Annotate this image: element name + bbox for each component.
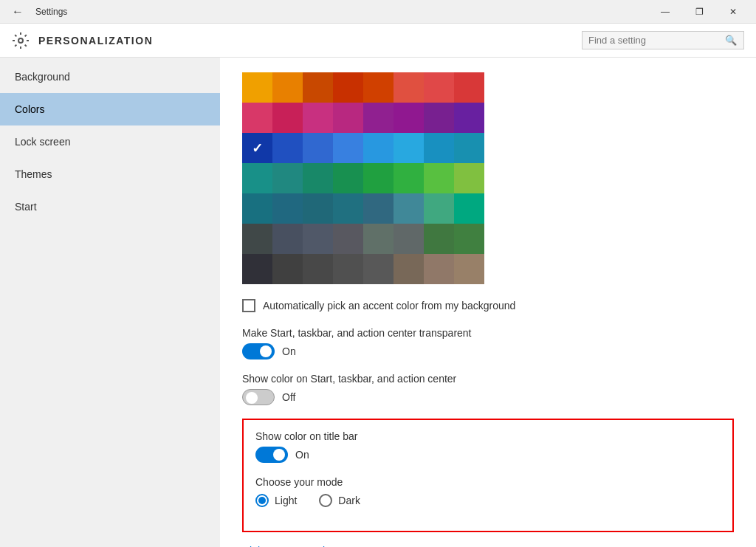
auto-pick-label: Automatically pick an accent color from …: [263, 300, 515, 312]
color-swatch-42[interactable]: [303, 224, 333, 254]
color-swatch-6[interactable]: [424, 72, 454, 103]
show-color-titlebar-toggle-row: On: [255, 447, 721, 463]
color-swatch-38[interactable]: [424, 193, 454, 224]
radio-dark-circle: [319, 494, 332, 507]
color-swatch-54[interactable]: [424, 254, 454, 284]
app-header: PERSONALIZATION 🔍: [0, 24, 756, 58]
color-swatch-46[interactable]: [424, 224, 454, 254]
show-color-taskbar-state-label: Off: [282, 391, 295, 403]
back-button[interactable]: ←: [6, 2, 30, 21]
color-swatch-31[interactable]: [454, 163, 484, 193]
color-swatch-20[interactable]: [363, 133, 394, 163]
color-swatch-47[interactable]: [454, 224, 484, 254]
color-swatch-17[interactable]: [272, 133, 303, 163]
color-swatch-35[interactable]: [333, 193, 363, 224]
radio-light-label: Light: [275, 495, 297, 506]
show-color-titlebar-section: Show color on title bar On: [255, 430, 721, 463]
radio-dark-label: Dark: [338, 495, 360, 506]
restore-button[interactable]: ❐: [682, 0, 716, 24]
color-swatch-43[interactable]: [333, 224, 363, 254]
color-swatch-52[interactable]: [363, 254, 394, 284]
color-swatch-18[interactable]: [303, 133, 333, 163]
color-swatch-53[interactable]: [394, 254, 424, 284]
radio-light[interactable]: Light: [255, 494, 297, 507]
color-swatch-1[interactable]: [272, 72, 303, 103]
color-swatch-26[interactable]: [303, 163, 333, 193]
color-swatch-34[interactable]: [303, 193, 333, 224]
auto-pick-checkbox[interactable]: [242, 299, 255, 312]
close-button[interactable]: ✕: [716, 0, 750, 24]
show-color-taskbar-toggle-row: Off: [242, 389, 734, 405]
color-swatch-21[interactable]: [394, 133, 424, 163]
color-swatch-8[interactable]: [242, 103, 272, 133]
sidebar-item-background[interactable]: Background: [0, 61, 220, 93]
color-swatch-27[interactable]: [333, 163, 363, 193]
show-color-taskbar-toggle-thumb: [246, 392, 258, 404]
search-input[interactable]: [588, 35, 725, 46]
transparent-toggle[interactable]: [242, 343, 275, 359]
content-area: Automatically pick an accent color from …: [220, 58, 756, 547]
color-swatch-51[interactable]: [333, 254, 363, 284]
color-swatch-13[interactable]: [394, 103, 424, 133]
transparent-section: Make Start, taskbar, and action center t…: [242, 327, 734, 359]
color-swatch-14[interactable]: [424, 103, 454, 133]
color-swatch-4[interactable]: [363, 72, 394, 103]
search-icon: 🔍: [725, 35, 737, 46]
color-swatch-48[interactable]: [242, 254, 272, 284]
sidebar-item-lock-screen[interactable]: Lock screen: [0, 125, 220, 158]
highlight-box: Show color on title bar On Choose your m…: [242, 419, 734, 532]
transparent-toggle-thumb: [260, 345, 272, 357]
choose-mode-section: Choose your mode Light Dark: [255, 476, 721, 507]
show-color-titlebar-state-label: On: [295, 449, 309, 461]
transparent-label: Make Start, taskbar, and action center t…: [242, 327, 734, 339]
color-swatch-40[interactable]: [242, 224, 272, 254]
color-swatch-22[interactable]: [424, 133, 454, 163]
show-color-taskbar-label: Show color on Start, taskbar, and action…: [242, 373, 734, 385]
color-swatch-19[interactable]: [333, 133, 363, 163]
color-swatch-11[interactable]: [333, 103, 363, 133]
color-swatch-24[interactable]: [242, 163, 272, 193]
radio-dark[interactable]: Dark: [319, 494, 360, 507]
color-swatch-44[interactable]: [363, 224, 394, 254]
auto-pick-row: Automatically pick an accent color from …: [242, 299, 734, 312]
sidebar-item-colors[interactable]: Colors: [0, 93, 220, 125]
show-color-titlebar-toggle-thumb: [273, 449, 285, 461]
choose-mode-label: Choose your mode: [255, 476, 721, 488]
color-grid: [242, 72, 734, 284]
show-color-taskbar-toggle[interactable]: [242, 389, 275, 405]
color-swatch-30[interactable]: [424, 163, 454, 193]
color-swatch-33[interactable]: [272, 193, 303, 224]
color-swatch-23[interactable]: [454, 133, 484, 163]
color-swatch-41[interactable]: [272, 224, 303, 254]
color-swatch-16[interactable]: [242, 133, 272, 163]
color-swatch-10[interactable]: [303, 103, 333, 133]
minimize-button[interactable]: —: [648, 0, 682, 24]
color-swatch-39[interactable]: [454, 193, 484, 224]
show-color-titlebar-toggle[interactable]: [255, 447, 288, 463]
color-swatch-5[interactable]: [394, 72, 424, 103]
title-bar-title: Settings: [35, 7, 67, 17]
color-swatch-29[interactable]: [394, 163, 424, 193]
color-swatch-0[interactable]: [242, 72, 272, 103]
search-box[interactable]: 🔍: [582, 31, 744, 49]
color-swatch-50[interactable]: [303, 254, 333, 284]
radio-light-circle: [255, 494, 269, 507]
sidebar-item-start[interactable]: Start: [0, 190, 220, 223]
color-swatch-32[interactable]: [242, 193, 272, 224]
color-swatch-25[interactable]: [272, 163, 303, 193]
color-swatch-15[interactable]: [454, 103, 484, 133]
color-swatch-2[interactable]: [303, 72, 333, 103]
personalization-icon: [12, 32, 30, 49]
color-swatch-55[interactable]: [454, 254, 484, 284]
color-swatch-37[interactable]: [394, 193, 424, 224]
color-swatch-3[interactable]: [333, 72, 363, 103]
color-swatch-9[interactable]: [272, 103, 303, 133]
sidebar-item-themes[interactable]: Themes: [0, 158, 220, 190]
color-swatch-28[interactable]: [363, 163, 394, 193]
color-swatch-49[interactable]: [272, 254, 303, 284]
color-swatch-45[interactable]: [394, 224, 424, 254]
sidebar: Background Colors Lock screen Themes Sta…: [0, 58, 220, 547]
color-swatch-7[interactable]: [454, 72, 484, 103]
color-swatch-36[interactable]: [363, 193, 394, 224]
color-swatch-12[interactable]: [363, 103, 394, 133]
